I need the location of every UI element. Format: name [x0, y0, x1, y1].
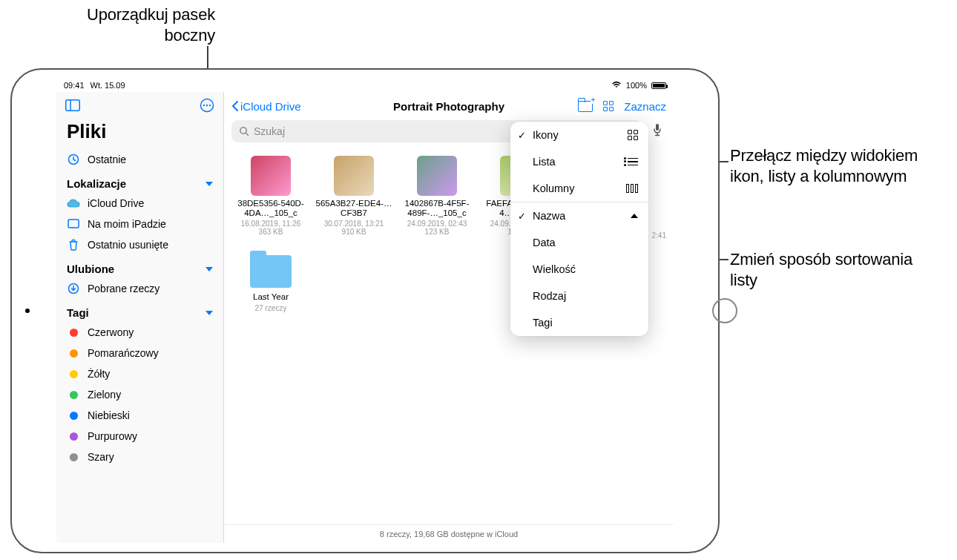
clock-icon [67, 154, 80, 165]
popup-sort-wielkość[interactable]: Wielkość [510, 256, 648, 283]
popup-sort-data[interactable]: Data [510, 229, 648, 256]
section-label: Ulubione [67, 263, 114, 275]
tag-color-dot [67, 432, 80, 441]
sidebar-tag-item[interactable]: Szary [56, 447, 223, 467]
tag-label: Pomarańczowy [88, 347, 159, 359]
svg-point-5 [209, 105, 211, 106]
status-date: Wt. 15.09 [91, 81, 125, 90]
popup-sort-tagi[interactable]: Tagi [510, 309, 648, 336]
more-icon[interactable] [200, 98, 214, 116]
tag-label: Zielony [88, 389, 121, 401]
folder-icon [250, 255, 292, 288]
tag-color-dot [67, 329, 80, 337]
file-item[interactable]: 38DE5356-540D-4DA…_105_c 16.08.2019, 11:… [230, 151, 312, 240]
new-folder-icon[interactable] [578, 101, 593, 112]
file-thumbnail [334, 156, 374, 196]
sidebar-tag-item[interactable]: Pomarańczowy [56, 343, 223, 363]
sidebar-item-recents[interactable]: Ostatnie [56, 149, 223, 170]
sidebar-tag-item[interactable]: Żółty [56, 363, 223, 384]
dictation-icon[interactable] [648, 123, 666, 139]
sidebar-item-label: Pobrane rzeczy [88, 283, 160, 294]
file-thumbnail [251, 156, 291, 196]
file-size: 123 KB [425, 228, 450, 236]
popup-sort-nazwa[interactable]: Nazwa [510, 202, 648, 229]
sidebar-toggle-icon[interactable] [65, 99, 80, 114]
tag-color-dot [67, 412, 80, 420]
view-sort-popup: IkonyListaKolumny NazwaDataWielkośćRodza… [510, 122, 648, 336]
footer-status: 8 rzeczy, 19,68 GB dostępne w iCloud [224, 524, 674, 543]
chevron-down-icon [205, 182, 213, 186]
popup-item-label: Data [533, 237, 556, 248]
section-label: Lokalizacje [67, 177, 126, 190]
tag-color-dot [67, 453, 80, 461]
file-name: 38DE5356-540D-4DA…_105_c [231, 199, 310, 218]
grid-icon [628, 130, 638, 140]
sidebar-item-downloads[interactable]: Pobrane rzeczy [56, 278, 223, 299]
popup-item-label: Lista [533, 156, 556, 168]
sidebar-item-label: Ostatnio usunięte [88, 239, 168, 251]
chevron-down-icon [205, 267, 213, 271]
file-date: 30.07.2018, 13:21 [324, 220, 384, 228]
file-item[interactable]: 1402867B-4F5F-489F-…_105_c 24.09.2019, 0… [396, 151, 478, 240]
status-bar: 09:41 Wt. 15.09 100% [56, 79, 674, 92]
tag-color-dot [67, 391, 80, 399]
chevron-down-icon [205, 311, 213, 315]
back-button[interactable]: iCloud Drive [231, 100, 301, 113]
download-icon [67, 283, 80, 294]
folder-item[interactable]: Last Year 27 rzeczy [230, 245, 312, 316]
popup-item-label: Nazwa [533, 210, 565, 222]
svg-point-4 [206, 105, 208, 106]
list-icon [625, 158, 638, 166]
sidebar-section-locations[interactable]: Lokalizacje [56, 170, 223, 193]
sidebar-item-recently-deleted[interactable]: Ostatnio usunięte [56, 234, 223, 255]
popup-view-kolumny[interactable]: Kolumny [510, 175, 648, 202]
file-size: 363 KB [259, 228, 283, 236]
tag-label: Purpurowy [88, 430, 137, 442]
sidebar-item-icloud[interactable]: iCloud Drive [56, 193, 223, 214]
sidebar: Pliki Ostatnie Lokalizacje iCloud Drive [56, 92, 224, 543]
search-icon [239, 126, 249, 136]
popup-item-label: Wielkość [533, 263, 576, 275]
file-thumbnail [417, 156, 457, 196]
folder-meta: 27 rzeczy [255, 304, 287, 312]
back-label: iCloud Drive [240, 100, 301, 113]
main-area: iCloud Drive Portrait Photography Zaznac… [224, 92, 674, 543]
wifi-icon [611, 81, 622, 90]
trash-icon [67, 239, 80, 251]
svg-rect-0 [66, 100, 80, 111]
svg-rect-12 [656, 124, 659, 131]
sidebar-item-label: Na moim iPadzie [88, 218, 166, 230]
sidebar-title: Pliki [56, 117, 223, 149]
file-item[interactable]: 565A3B27-EDE4-…CF3B7 30.07.2018, 13:21 9… [313, 151, 395, 240]
annotation-switch-view: Przełącz między widokiem ikon, listy a k… [730, 145, 945, 186]
sidebar-tag-item[interactable]: Zielony [56, 384, 223, 405]
sidebar-item-on-ipad[interactable]: Na moim iPadzie [56, 214, 223, 234]
sidebar-item-label: iCloud Drive [88, 197, 144, 209]
ipad-icon [67, 219, 80, 229]
popup-sort-rodzaj[interactable]: Rodzaj [510, 283, 648, 309]
popup-item-label: Ikony [533, 129, 559, 141]
popup-view-lista[interactable]: Lista [510, 148, 648, 175]
annotation-organize-sidebar: Uporządkuj pasek boczny [59, 4, 215, 45]
tag-label: Niebieski [88, 409, 130, 421]
home-button[interactable] [712, 298, 737, 323]
view-mode-icon[interactable] [603, 101, 614, 111]
sidebar-tag-item[interactable]: Purpurowy [56, 426, 223, 447]
sidebar-section-favorites[interactable]: Ulubione [56, 255, 223, 278]
battery-icon [651, 82, 666, 89]
search-placeholder: Szukaj [254, 125, 285, 137]
cloud-icon [67, 199, 80, 208]
sidebar-tag-item[interactable]: Czerwony [56, 322, 223, 343]
select-button[interactable]: Zaznacz [624, 100, 666, 113]
popup-view-ikony[interactable]: Ikony [510, 122, 648, 148]
sidebar-tag-item[interactable]: Niebieski [56, 405, 223, 426]
file-size: 910 KB [342, 228, 366, 236]
chevron-up-icon [631, 214, 638, 218]
sidebar-section-tags[interactable]: Tagi [56, 299, 223, 322]
file-name: 1402867B-4F5F-489F-…_105_c [398, 199, 476, 218]
hidden-file-time: 2:41 [652, 231, 666, 240]
sidebar-item-label: Ostatnie [88, 154, 126, 165]
camera-dot [25, 309, 30, 313]
section-label: Tagi [67, 306, 89, 319]
file-date: 16.08.2019, 11:26 [241, 220, 301, 228]
